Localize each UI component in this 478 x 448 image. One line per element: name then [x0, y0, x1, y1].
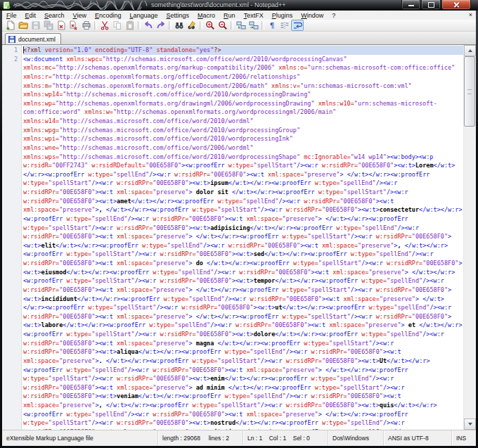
toolbar-separator: [231, 21, 233, 30]
print-button[interactable]: [80, 20, 93, 31]
save-all-button[interactable]: [42, 20, 55, 31]
menu-settings[interactable]: Settings: [162, 12, 194, 19]
zoom-in-button[interactable]: [204, 20, 217, 31]
menu-textfx[interactable]: TextFX: [240, 12, 268, 19]
word-wrap-button[interactable]: [291, 20, 304, 31]
sync-scroll-vertical-button[interactable]: [235, 20, 247, 31]
menu-run[interactable]: Run: [219, 12, 240, 19]
zoom-out-button[interactable]: [217, 20, 229, 31]
menubar-close-icon[interactable]: ×: [469, 11, 472, 20]
status-length-lines: length : 29068 lines : 2: [157, 430, 243, 446]
menu-macro[interactable]: Macro: [193, 12, 219, 19]
cut-button[interactable]: [98, 20, 111, 31]
menu-view[interactable]: View: [69, 12, 91, 19]
scrollbar-thumb[interactable]: [464, 56, 475, 127]
menu-language[interactable]: Language: [125, 12, 162, 19]
title-bar[interactable]: something\test\word\document.xml - Notep…: [0, 0, 478, 11]
paste-button[interactable]: [124, 20, 136, 31]
status-encoding[interactable]: ANSI as UTF-8: [383, 430, 451, 446]
menu-search[interactable]: Search: [40, 12, 69, 19]
line-number: 1: [14, 46, 18, 55]
new-file-button[interactable]: [4, 20, 17, 31]
line-number: 2: [14, 55, 18, 64]
undo-button[interactable]: [142, 20, 155, 31]
status-doc-type: eXtensible Markup Language file: [2, 430, 157, 446]
saved-file-icon: [8, 36, 15, 43]
replace-button[interactable]: [186, 20, 198, 31]
tab-document-xml[interactable]: document.xml: [5, 33, 61, 44]
minimize-button[interactable]: [401, 0, 420, 10]
svg-text:¶: ¶: [270, 21, 275, 30]
redo-button[interactable]: [155, 20, 167, 31]
tab-label: document.xml: [18, 36, 56, 43]
status-bar: eXtensible Markup Language file length :…: [2, 430, 476, 446]
menu-file[interactable]: File: [2, 12, 21, 19]
code-line-1[interactable]: <?xml version="1.0" encoding="UTF-8" sta…: [23, 46, 464, 55]
close-document-button[interactable]: [55, 20, 67, 31]
sync-scroll-horizontal-button[interactable]: [247, 20, 260, 31]
notepadpp-logo-icon: [3, 1, 11, 9]
save-button[interactable]: [30, 20, 42, 31]
status-insert-mode[interactable]: INS: [451, 430, 476, 446]
tab-bar: document.xml: [2, 32, 476, 44]
text-caret: [23, 46, 24, 53]
window-title: something\test\word\document.xml - Notep…: [151, 1, 286, 8]
status-eol-format[interactable]: Dos\Windows: [328, 430, 383, 446]
toolbar: ¶: [2, 20, 476, 32]
toolbar-separator: [169, 21, 172, 30]
notepadpp-window: something\test\word\document.xml - Notep…: [0, 0, 478, 448]
toolbar-separator: [138, 21, 141, 30]
menu-help[interactable]: ?: [328, 12, 340, 19]
open-file-button[interactable]: [17, 20, 30, 31]
status-caret-position: Ln : 1 Col : 1 Sel : 0: [243, 430, 328, 446]
copy-button[interactable]: [111, 20, 124, 31]
menu-encoding[interactable]: Encoding: [91, 12, 126, 19]
menu-plugins[interactable]: Plugins: [268, 12, 297, 19]
scroll-down-button[interactable]: [464, 418, 476, 430]
vertical-scrollbar[interactable]: [463, 45, 476, 430]
menu-edit[interactable]: Edit: [21, 12, 41, 19]
scroll-up-button[interactable]: [464, 45, 476, 56]
editor-pane[interactable]: 1 2 <?xml version="1.0" encoding="UTF-8"…: [2, 44, 476, 430]
find-button[interactable]: [173, 20, 186, 31]
maximize-button[interactable]: [421, 0, 441, 10]
show-all-characters-button[interactable]: ¶: [266, 20, 278, 31]
close-all-button[interactable]: [67, 20, 80, 31]
text-area[interactable]: <?xml version="1.0" encoding="UTF-8" sta…: [22, 45, 464, 430]
menu-bar: File Edit Search View Encoding Language …: [2, 11, 476, 20]
show-indent-guide-button[interactable]: [278, 20, 291, 31]
close-button[interactable]: [441, 0, 471, 10]
redaction-scribble: [12, 1, 149, 10]
toolbar-separator: [94, 21, 97, 30]
toolbar-separator: [261, 21, 264, 30]
menu-window[interactable]: Window: [297, 12, 328, 19]
toolbar-separator: [200, 21, 202, 30]
line-number-gutter: 1 2: [2, 45, 22, 430]
code-line-2[interactable]: <w:document xmlns:wpc="http://schemas.mi…: [23, 55, 464, 430]
